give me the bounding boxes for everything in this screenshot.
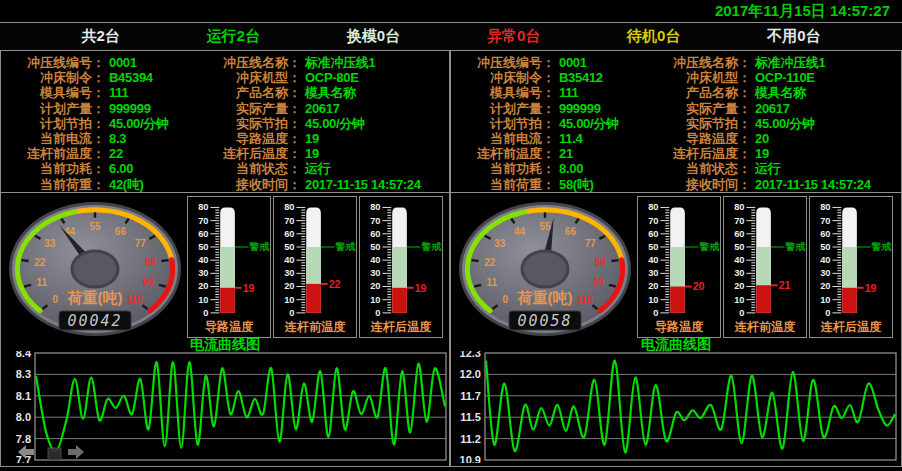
info-row: 产品名称：模具名称	[655, 85, 899, 100]
nav-forward-icon[interactable]	[68, 445, 84, 459]
info-row: 冲床制令：B35412	[451, 70, 663, 85]
info-value: 运行	[305, 161, 330, 176]
thermo-tick-label: 70	[284, 216, 294, 226]
thermo-tick-label: 10	[734, 295, 744, 305]
thermo-tick-label: 10	[370, 295, 380, 305]
info-row: 计划产量：999999	[451, 101, 663, 116]
info-value: 42(吨)	[109, 177, 144, 192]
info-label: 实际产量：	[655, 101, 751, 116]
thermo-value: 21	[779, 279, 791, 291]
info-label: 冲床制令：	[1, 70, 105, 85]
chart-y-tick-label: 11.2	[460, 433, 481, 445]
nav-square-icon[interactable]	[48, 448, 61, 460]
thermometer: 01020304050607080警戒20导路温度	[637, 196, 721, 338]
thermo-tick-label: 10	[198, 295, 208, 305]
nav-decor	[18, 444, 90, 462]
info-row: 冲压线编号：0001	[1, 55, 213, 70]
thermo-tick-label: 50	[648, 242, 658, 252]
info-label: 冲压线名称：	[655, 55, 751, 70]
thermo-tick-label: 0	[653, 308, 658, 318]
info-value: 45.00/分钟	[559, 116, 619, 131]
thermo-tick-label: 0	[203, 308, 208, 318]
thermo-tick-label: 20	[370, 281, 380, 291]
thermo-tick-label: 20	[198, 281, 208, 291]
info-row: 当前荷重：58(吨)	[451, 177, 663, 192]
thermo-tick-label: 60	[198, 229, 208, 239]
info-value: 11.4	[559, 131, 582, 146]
thermo-tick-label: 30	[734, 268, 744, 278]
warn-label: 警戒	[335, 241, 357, 252]
gauge-section: 0112233445566778899110荷重(吨)0005801020304…	[451, 195, 901, 339]
info-label: 产品名称：	[205, 85, 301, 100]
thermo-tick-label: 50	[820, 242, 830, 252]
chart-y-tick-label: 8.4	[16, 351, 32, 359]
info-value: 19	[305, 146, 319, 161]
chart-y-tick-label: 10.9	[460, 454, 481, 463]
thermo-value: 19	[243, 282, 255, 294]
info-row: 当前电流：11.4	[451, 131, 663, 146]
info-value: 20	[755, 131, 769, 146]
gauge-tick-label: 22	[34, 257, 46, 268]
info-value: 标准冲压线1	[755, 55, 825, 70]
info-row: 模具编号：111	[451, 85, 663, 100]
current-curve	[36, 362, 445, 451]
info-column-left: 冲压线编号：0001冲床制令：B35412模具编号：111计划产量：999999…	[451, 55, 663, 192]
info-label: 计划节拍：	[451, 116, 555, 131]
info-label: 实际产量：	[205, 101, 301, 116]
info-label: 当前状态：	[655, 161, 751, 176]
status-item: 共2台	[81, 27, 119, 46]
info-label: 产品名称：	[655, 85, 751, 100]
info-label: 连杆前温度：	[1, 146, 105, 161]
gauge-tick-label: 66	[565, 226, 577, 237]
thermo-tick-label: 10	[648, 295, 658, 305]
info-row: 冲床机型：OCP-80E	[205, 70, 449, 85]
chart-y-tick-label: 8.0	[16, 411, 31, 423]
info-value: 模具名称	[305, 85, 356, 100]
thermo-tick-label: 0	[375, 308, 380, 318]
load-gauge: 0112233445566778899110荷重(吨)00042	[6, 197, 184, 337]
gauge-tick-label: 88	[145, 257, 157, 268]
thermo-tick-label: 30	[198, 268, 208, 278]
hmi-screen: 2017年11月15日 14:57:27 共2台运行2台换模0台异常0台待机0台…	[0, 0, 902, 471]
gauge-tick-label: 11	[486, 277, 497, 288]
thermometer: 01020304050607080警戒19导路温度	[187, 196, 271, 338]
info-row: 导路温度：20	[655, 131, 899, 146]
thermometer: 01020304050607080警戒21连杆前温度	[723, 196, 807, 338]
thermo-tick-label: 60	[370, 229, 380, 239]
gauge-tick-label: 22	[484, 257, 496, 268]
press-line-panel-1: 冲压线编号：0001冲床制令：B45394模具编号：111计划产量：999999…	[1, 51, 451, 466]
thermo-tick-label: 80	[820, 202, 830, 212]
thermo-tick-label: 40	[198, 255, 208, 265]
thermometer: 01020304050607080警戒19连杆后温度	[809, 196, 893, 338]
gauge-tick-label: 77	[585, 238, 597, 249]
info-value: OCP-80E	[305, 70, 359, 85]
thermo-tick-label: 50	[370, 242, 380, 252]
chart-y-tick-label: 8.1	[16, 390, 31, 402]
nav-back-icon[interactable]	[18, 445, 34, 459]
info-value: 6.00	[109, 161, 133, 176]
gauge-tick-label: 44	[64, 226, 76, 237]
top-bar: 2017年11月15日 14:57:27	[0, 0, 902, 22]
chart-y-tick-label: 12.3	[460, 351, 481, 359]
info-row: 冲压线名称：标准冲压线1	[655, 55, 899, 70]
thermo-tick-label: 50	[734, 242, 744, 252]
warn-label: 警戒	[249, 241, 271, 252]
gauge-tick-label: 110	[127, 294, 144, 305]
info-value: B45394	[109, 70, 153, 85]
chart-y-tick-label: 8.3	[16, 368, 31, 380]
info-value: 8.3	[109, 131, 126, 146]
info-row: 当前状态：运行	[205, 161, 449, 176]
thermo-tick-label: 10	[284, 295, 294, 305]
thermo-value: 20	[693, 280, 705, 292]
info-value: 19	[305, 131, 319, 146]
gauge-odometer: 00042	[67, 312, 122, 330]
info-column-left: 冲压线编号：0001冲床制令：B45394模具编号：111计划产量：999999…	[1, 55, 213, 192]
thermo-value: 22	[329, 278, 341, 290]
info-value: OCP-110E	[755, 70, 815, 85]
info-value: 21	[559, 146, 573, 161]
info-row: 当前功耗：6.00	[1, 161, 213, 176]
thermo-tick-label: 10	[820, 295, 830, 305]
thermo-tick-label: 50	[284, 242, 294, 252]
info-section: 冲压线编号：0001冲床制令：B45394模具编号：111计划产量：999999…	[1, 51, 449, 193]
gauge-tick-label: 88	[595, 257, 607, 268]
